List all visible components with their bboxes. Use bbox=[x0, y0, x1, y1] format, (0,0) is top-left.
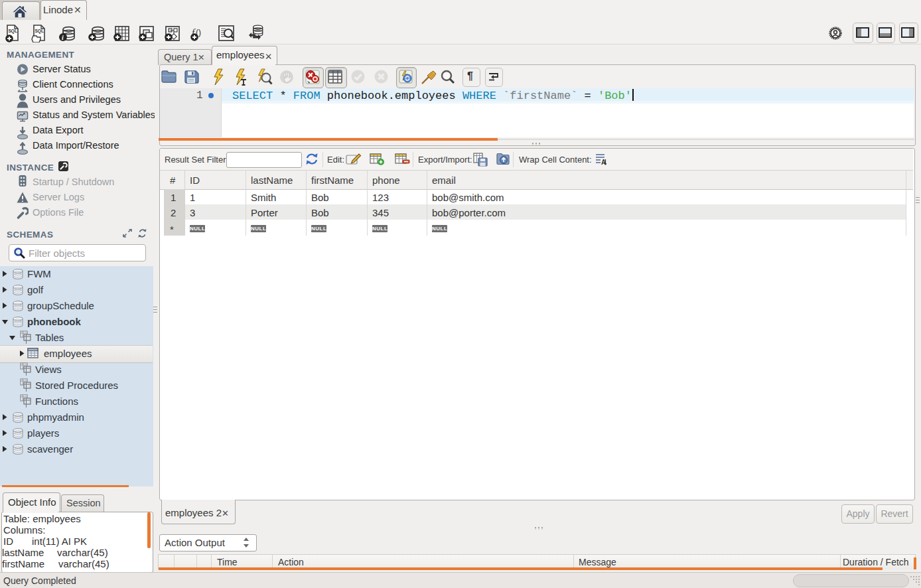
svg-text:i: i bbox=[62, 34, 64, 41]
